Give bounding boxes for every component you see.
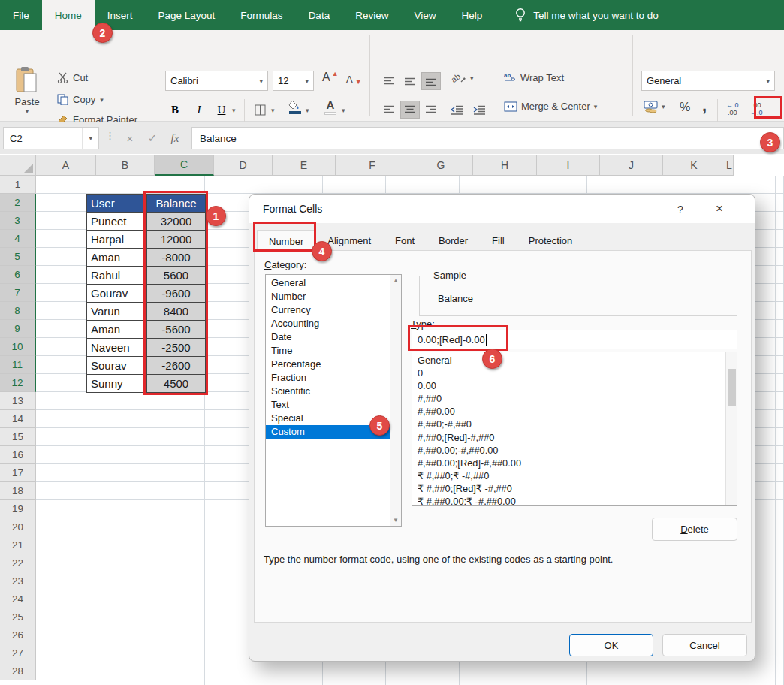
row-header[interactable]: 12 bbox=[0, 374, 36, 392]
ribbon-tab[interactable]: Page Layout bbox=[146, 0, 228, 30]
row-header[interactable]: 18 bbox=[0, 482, 36, 500]
dialog-tab[interactable]: Border bbox=[427, 231, 480, 251]
format-code-item[interactable]: ₹ #,##0;₹ -#,##0 bbox=[412, 469, 737, 482]
row-header[interactable]: 2 bbox=[0, 194, 36, 212]
column-header[interactable]: L bbox=[725, 155, 734, 176]
dialog-tab[interactable]: Protection bbox=[517, 231, 585, 251]
row-header[interactable]: 15 bbox=[0, 428, 36, 446]
row-header[interactable]: 26 bbox=[0, 626, 36, 644]
category-item[interactable]: Currency bbox=[266, 303, 401, 317]
ok-button[interactable]: OK bbox=[569, 634, 653, 656]
underline-button[interactable]: U bbox=[213, 101, 231, 119]
row-header[interactable]: 27 bbox=[0, 644, 36, 662]
category-item[interactable]: Percentage bbox=[266, 358, 401, 371]
column-header[interactable]: A bbox=[36, 155, 96, 176]
column-header[interactable]: G bbox=[409, 155, 473, 176]
formula-input[interactable]: Balance bbox=[191, 127, 784, 149]
user-cell[interactable]: Aman bbox=[87, 249, 147, 267]
format-code-item[interactable]: 0.00 bbox=[412, 379, 737, 392]
row-header[interactable]: 22 bbox=[0, 554, 36, 572]
row-header[interactable]: 13 bbox=[0, 392, 36, 410]
top-align-button[interactable] bbox=[379, 72, 399, 90]
user-cell[interactable]: Sourav bbox=[87, 357, 147, 375]
user-cell[interactable]: Puneet bbox=[87, 213, 147, 231]
borders-button[interactable] bbox=[250, 101, 270, 119]
confirm-entry-button[interactable]: ✓ bbox=[141, 131, 164, 145]
increase-decimal-button[interactable]: ←.0 .00 bbox=[726, 101, 739, 116]
row-header[interactable]: 6 bbox=[0, 266, 36, 284]
cancel-button[interactable]: Cancel bbox=[662, 634, 747, 656]
format-code-item[interactable]: #,##0.00;[Red]-#,##0.00 bbox=[412, 457, 737, 469]
format-code-item[interactable]: #,##0.00 bbox=[412, 405, 737, 418]
row-header[interactable]: 7 bbox=[0, 284, 36, 302]
orientation-button[interactable]: ab ▾ bbox=[451, 72, 474, 84]
user-cell[interactable]: Sunny bbox=[87, 375, 147, 393]
row-header[interactable]: 5 bbox=[0, 248, 36, 266]
underline-menu-chevron[interactable]: ▾ bbox=[232, 107, 236, 114]
column-header[interactable]: K bbox=[663, 155, 725, 176]
wrap-text-button[interactable]: ab Wrap Text bbox=[504, 72, 564, 83]
ribbon-tab[interactable]: File bbox=[0, 0, 42, 30]
column-header[interactable]: E bbox=[273, 155, 336, 176]
merge-center-button[interactable]: Merge & Center ▾ bbox=[504, 101, 597, 112]
name-box[interactable]: C2 ▾ bbox=[3, 127, 99, 149]
dialog-tab[interactable]: Fill bbox=[480, 231, 517, 251]
font-color-button[interactable]: A bbox=[324, 98, 337, 116]
scroll-up-icon[interactable]: ▲ bbox=[390, 277, 401, 284]
row-header[interactable]: 21 bbox=[0, 536, 36, 554]
font-name-combo[interactable]: Calibri ▾ bbox=[165, 71, 268, 91]
dialog-tab[interactable]: Font bbox=[383, 231, 427, 251]
percent-style-button[interactable]: % bbox=[680, 101, 690, 114]
row-header[interactable]: 25 bbox=[0, 608, 36, 626]
align-right-button[interactable] bbox=[421, 101, 441, 119]
ribbon-tab[interactable]: Home bbox=[42, 0, 95, 30]
format-code-item[interactable]: 0 bbox=[412, 367, 737, 379]
category-item[interactable]: General bbox=[266, 276, 401, 290]
shrink-font-button[interactable]: A▼ bbox=[346, 72, 362, 86]
row-header[interactable]: 11 bbox=[0, 356, 36, 374]
align-left-button[interactable] bbox=[379, 101, 399, 119]
column-header[interactable]: I bbox=[537, 155, 600, 176]
format-code-item[interactable]: General bbox=[412, 354, 737, 367]
italic-button[interactable]: I bbox=[190, 101, 208, 119]
format-code-item[interactable]: #,##0 bbox=[412, 392, 737, 405]
ribbon-tab[interactable]: Review bbox=[342, 0, 401, 30]
number-format-combo[interactable]: General ▾ bbox=[641, 71, 775, 91]
font-color-chevron[interactable]: ▾ bbox=[342, 107, 345, 114]
borders-menu-chevron[interactable]: ▾ bbox=[271, 107, 275, 114]
user-cell[interactable]: Gourav bbox=[87, 285, 147, 303]
copy-button[interactable]: Copy ▾ bbox=[57, 94, 104, 105]
column-header[interactable]: J bbox=[600, 155, 663, 176]
column-header[interactable]: F bbox=[336, 155, 409, 176]
row-header[interactable]: 23 bbox=[0, 572, 36, 590]
format-code-item[interactable]: ₹ #,##0;[Red]₹ -#,##0 bbox=[412, 482, 737, 495]
row-header[interactable]: 10 bbox=[0, 338, 36, 356]
bottom-align-button[interactable] bbox=[421, 72, 441, 90]
dialog-close-button[interactable]: × bbox=[710, 200, 729, 218]
align-center-button[interactable] bbox=[400, 101, 420, 119]
row-header[interactable]: 28 bbox=[0, 662, 36, 680]
user-cell[interactable]: Aman bbox=[87, 321, 147, 339]
column-header[interactable]: B bbox=[96, 155, 155, 176]
category-item[interactable]: Number bbox=[266, 290, 401, 303]
user-cell[interactable]: Harpal bbox=[87, 231, 147, 249]
row-header[interactable]: 4 bbox=[0, 230, 36, 248]
row-header[interactable]: 24 bbox=[0, 590, 36, 608]
category-item[interactable]: Accounting bbox=[266, 317, 401, 330]
formula-bar-resizer[interactable]: ⋮ bbox=[105, 130, 115, 141]
row-header[interactable]: 19 bbox=[0, 500, 36, 518]
row-header[interactable]: 16 bbox=[0, 446, 36, 464]
cancel-entry-button[interactable]: × bbox=[119, 132, 141, 145]
category-scrollbar[interactable]: ▲ ▼ bbox=[390, 275, 401, 526]
cut-button[interactable]: Cut bbox=[57, 72, 88, 83]
row-header[interactable]: 3 bbox=[0, 212, 36, 230]
ribbon-tab[interactable]: Formulas bbox=[228, 0, 295, 30]
user-cell[interactable]: Rahul bbox=[87, 267, 147, 285]
ribbon-tab[interactable]: Data bbox=[296, 0, 343, 30]
category-item[interactable]: Scientific bbox=[266, 385, 401, 398]
format-code-item[interactable]: #,##0;-#,##0 bbox=[412, 418, 737, 430]
fill-color-button[interactable] bbox=[288, 99, 302, 115]
category-item[interactable]: Text bbox=[266, 398, 401, 412]
row-header[interactable]: 20 bbox=[0, 518, 36, 536]
row-header[interactable]: 14 bbox=[0, 410, 36, 428]
